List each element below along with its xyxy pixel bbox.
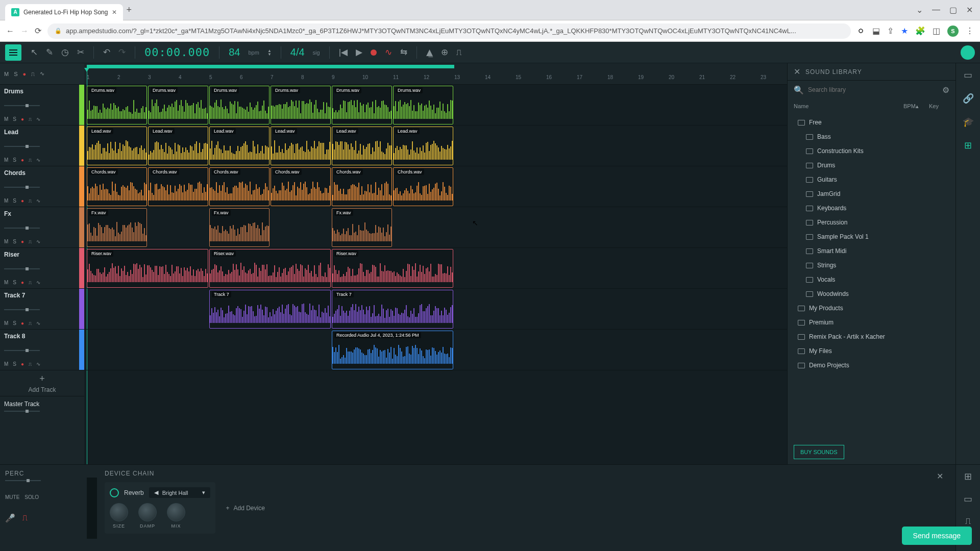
library-icon[interactable]: ⊞: [964, 140, 972, 151]
track-header[interactable]: Riser M S ● ⎍ ∿: [0, 248, 84, 289]
maximize-icon[interactable]: ▢: [949, 5, 957, 15]
audio-clip[interactable]: Lead.wav: [87, 127, 147, 165]
track-volume-slider[interactable]: [4, 105, 40, 106]
perc-solo-button[interactable]: SOLO: [24, 494, 39, 500]
menu-icon[interactable]: ⋮: [966, 26, 974, 36]
audio-clip[interactable]: Chords.wav: [393, 167, 453, 206]
library-folder[interactable]: Guitars: [788, 172, 955, 187]
master-solo-button[interactable]: S: [14, 71, 17, 77]
add-track-button[interactable]: + Add Track: [0, 370, 84, 396]
library-folder[interactable]: Premium: [788, 315, 955, 330]
audio-clip[interactable]: Lead.wav: [393, 127, 453, 165]
library-folder[interactable]: Demo Projects: [788, 358, 955, 372]
mute-button[interactable]: M: [4, 198, 8, 204]
arm-button[interactable]: ●: [21, 361, 24, 367]
col-bpm[interactable]: BPM▴: [903, 103, 929, 110]
audio-clip[interactable]: Drums.wav: [209, 86, 270, 124]
time-display[interactable]: 00:00.000: [144, 46, 210, 59]
solo-button[interactable]: S: [13, 198, 16, 204]
automation-icon[interactable]: ∿: [36, 198, 40, 204]
audio-clip[interactable]: Chords.wav: [209, 167, 270, 206]
track-lane[interactable]: Track 7Track 7: [84, 289, 787, 330]
audio-clip[interactable]: Chords.wav: [332, 167, 392, 206]
automation-icon[interactable]: ∿: [36, 361, 40, 367]
menu-button[interactable]: [5, 44, 21, 61]
forward-icon[interactable]: →: [20, 27, 29, 36]
bpm-value[interactable]: 84: [229, 46, 240, 58]
library-folder[interactable]: JamGrid: [788, 187, 955, 201]
track-header[interactable]: Track 8 M S ● ⎍ ∿: [0, 330, 84, 370]
mute-button[interactable]: M: [4, 239, 8, 244]
loop-region[interactable]: [87, 65, 454, 68]
track-header[interactable]: Lead M S ● ⎍ ∿: [0, 126, 84, 166]
minimize-icon[interactable]: —: [932, 5, 940, 15]
window-close-icon[interactable]: ✕: [966, 5, 973, 15]
eq-icon[interactable]: ⎍: [22, 513, 28, 523]
track-volume-slider[interactable]: [4, 309, 40, 310]
track-lane[interactable]: Chords.wavChords.wavChords.wavChords.wav…: [84, 166, 787, 207]
preset-selector[interactable]: ◀ Bright Hall ▾: [149, 487, 211, 498]
audio-clip[interactable]: Riser.wav: [87, 249, 208, 288]
knob-size[interactable]: [110, 503, 128, 521]
track-volume-slider[interactable]: [4, 268, 40, 269]
audio-clip[interactable]: Fx.wav: [209, 208, 270, 247]
library-folder[interactable]: Percussion: [788, 215, 955, 230]
master-mute-button[interactable]: M: [4, 71, 9, 77]
arm-button[interactable]: ●: [21, 198, 24, 204]
prev-preset-icon[interactable]: ◀: [154, 489, 158, 496]
eq-icon[interactable]: ⎍: [29, 116, 32, 122]
mute-button[interactable]: M: [4, 280, 8, 285]
audio-clip[interactable]: Drums.wav: [87, 86, 147, 124]
solo-button[interactable]: S: [13, 320, 16, 326]
close-icon[interactable]: ✕: [794, 67, 800, 77]
play-icon[interactable]: ▶: [356, 47, 362, 58]
power-icon[interactable]: [110, 488, 119, 497]
user-avatar[interactable]: [961, 45, 975, 60]
mute-button[interactable]: M: [4, 361, 8, 367]
side-panel-icon[interactable]: ◫: [933, 26, 940, 36]
buy-sounds-button[interactable]: BUY SOUNDS: [794, 445, 844, 459]
solo-button[interactable]: S: [13, 361, 16, 367]
translate-icon[interactable]: ⭘: [857, 27, 865, 36]
library-folder[interactable]: My Products: [788, 301, 955, 315]
library-folder[interactable]: Smart Midi: [788, 244, 955, 258]
audio-clip[interactable]: Riser.wav: [209, 249, 331, 288]
library-folder[interactable]: Drums: [788, 158, 955, 172]
audio-clip[interactable]: Lead.wav: [148, 127, 208, 165]
extensions-icon[interactable]: 🧩: [915, 26, 925, 36]
audio-clip[interactable]: Drums.wav: [332, 86, 392, 124]
record-button[interactable]: [371, 49, 377, 56]
track-header[interactable]: Track 7 M S ● ⎍ ∿: [0, 289, 84, 330]
close-icon[interactable]: ✕: [112, 9, 117, 16]
link-icon[interactable]: 🔗: [963, 93, 974, 104]
automation-icon[interactable]: ∿: [385, 47, 392, 58]
track-volume-slider[interactable]: [4, 228, 40, 229]
col-name[interactable]: Name: [794, 103, 903, 109]
eq-icon[interactable]: ⎍: [29, 280, 32, 285]
redo-icon[interactable]: ↷: [118, 47, 126, 58]
master-volume-slider[interactable]: [4, 411, 40, 412]
automation-icon[interactable]: ∿: [36, 116, 40, 122]
library-folder[interactable]: Free: [788, 115, 955, 130]
bookmark-icon[interactable]: ★: [901, 26, 908, 36]
audio-clip[interactable]: Drums.wav: [148, 86, 208, 124]
url-field[interactable]: 🔒 app.ampedstudio.com/?_gl=1*zkt20c*_ga*…: [47, 23, 851, 39]
library-folder[interactable]: Vocals: [788, 272, 955, 287]
library-folder[interactable]: Bass: [788, 130, 955, 144]
pointer-tool-icon[interactable]: ↖: [31, 47, 38, 58]
track-lane[interactable]: Lead.wavLead.wavLead.wavLead.wavLead.wav…: [84, 126, 787, 166]
profile-avatar[interactable]: S: [947, 26, 959, 37]
automation-icon[interactable]: ∿: [36, 239, 40, 244]
add-device-button[interactable]: + Add Device: [226, 505, 264, 512]
close-icon[interactable]: ✕: [937, 471, 943, 481]
audio-clip[interactable]: Track 7: [332, 290, 453, 329]
notes-icon[interactable]: ▭: [964, 69, 972, 81]
automation-icon[interactable]: ∿: [36, 157, 40, 163]
automation-icon[interactable]: ∿: [36, 320, 40, 326]
audio-clip[interactable]: Riser.wav: [332, 249, 453, 288]
audio-clip[interactable]: Drums.wav: [393, 86, 453, 124]
cut-tool-icon[interactable]: ✂: [77, 47, 84, 58]
audio-clip[interactable]: Recorded Audio Jul 4, 2023, 1:24:56 PM: [332, 331, 453, 369]
audio-clip[interactable]: Chords.wav: [87, 167, 147, 206]
metronome-icon[interactable]: ▲̲: [426, 47, 433, 58]
